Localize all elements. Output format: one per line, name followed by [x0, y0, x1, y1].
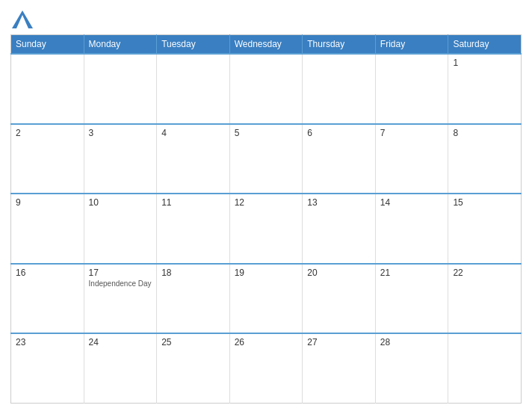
day-number: 12: [235, 197, 298, 208]
calendar-cell: 28: [375, 333, 448, 404]
calendar-cell: 27: [303, 333, 376, 404]
calendar-cell: [11, 54, 84, 124]
calendar-cell: 11: [157, 194, 230, 264]
calendar-cell: 17Independence Day: [84, 264, 157, 334]
day-number: 25: [161, 337, 225, 347]
weekday-header-friday: Friday: [375, 35, 448, 55]
header: [10, 7, 522, 31]
calendar-cell: 4: [157, 124, 230, 194]
calendar-cell: [375, 54, 448, 124]
calendar-cell: 5: [229, 124, 303, 194]
calendar-cell: 14: [375, 194, 448, 264]
day-number: 11: [161, 197, 225, 208]
weekday-header-saturday: Saturday: [448, 35, 522, 55]
calendar-cell: [229, 54, 303, 124]
calendar-week-4: 1617Independence Day1819202122: [11, 264, 522, 334]
calendar-cell: 13: [303, 194, 376, 264]
day-number: 24: [89, 337, 152, 347]
day-number: 20: [307, 268, 371, 278]
day-number: 9: [16, 197, 79, 208]
calendar-week-5: 232425262728: [11, 333, 522, 404]
calendar-cell: 6: [303, 124, 376, 194]
calendar-week-3: 9101112131415: [11, 194, 522, 264]
event-label: Independence Day: [89, 279, 152, 288]
logo-area: [10, 7, 33, 28]
calendar-page: SundayMondayTuesdayWednesdayThursdayFrid…: [0, 0, 532, 411]
day-number: 8: [453, 128, 516, 138]
calendar-week-1: 1: [11, 54, 522, 124]
calendar-cell: 19: [229, 264, 303, 334]
weekday-header-wednesday: Wednesday: [229, 35, 303, 55]
day-number: 19: [235, 268, 298, 278]
day-number: 2: [16, 128, 79, 138]
logo-flag-icon: [12, 7, 33, 28]
day-number: 28: [380, 337, 444, 347]
weekday-header-monday: Monday: [84, 35, 157, 55]
calendar-cell: [303, 54, 376, 124]
calendar-cell: [448, 333, 522, 404]
calendar-cell: [157, 54, 230, 124]
calendar-cell: 20: [303, 264, 376, 334]
day-number: 18: [161, 268, 225, 278]
weekday-header-tuesday: Tuesday: [157, 35, 230, 55]
calendar-cell: 10: [84, 194, 157, 264]
calendar-cell: [84, 54, 157, 124]
day-number: 16: [16, 268, 79, 278]
weekday-header-row: SundayMondayTuesdayWednesdayThursdayFrid…: [11, 35, 522, 55]
calendar-week-2: 2345678: [11, 124, 522, 194]
day-number: 7: [380, 128, 444, 138]
day-number: 5: [235, 128, 298, 138]
weekday-header-thursday: Thursday: [303, 35, 376, 55]
calendar-cell: 1: [448, 54, 522, 124]
day-number: 15: [453, 197, 516, 208]
calendar-cell: 3: [84, 124, 157, 194]
calendar-cell: 23: [11, 333, 84, 404]
calendar-cell: 25: [157, 333, 230, 404]
day-number: 10: [89, 197, 152, 208]
calendar-cell: 22: [448, 264, 522, 334]
calendar-cell: 8: [448, 124, 522, 194]
day-number: 14: [380, 197, 444, 208]
day-number: 27: [307, 337, 371, 347]
day-number: 3: [89, 128, 152, 138]
weekday-header-sunday: Sunday: [11, 35, 84, 55]
calendar-cell: 18: [157, 264, 230, 334]
day-number: 21: [380, 268, 444, 278]
day-number: 1: [453, 58, 516, 68]
calendar-cell: 24: [84, 333, 157, 404]
day-number: 22: [453, 268, 516, 278]
calendar-cell: 21: [375, 264, 448, 334]
day-number: 23: [16, 337, 79, 347]
calendar-cell: 7: [375, 124, 448, 194]
calendar-cell: 15: [448, 194, 522, 264]
calendar-cell: 2: [11, 124, 84, 194]
calendar-cell: 26: [229, 333, 303, 404]
calendar-cell: 16: [11, 264, 84, 334]
calendar-table: SundayMondayTuesdayWednesdayThursdayFrid…: [10, 34, 522, 404]
day-number: 13: [307, 197, 371, 208]
day-number: 26: [235, 337, 298, 347]
day-number: 6: [307, 128, 371, 138]
day-number: 17: [89, 268, 152, 278]
calendar-cell: 9: [11, 194, 84, 264]
calendar-cell: 12: [229, 194, 303, 264]
day-number: 4: [161, 128, 225, 138]
